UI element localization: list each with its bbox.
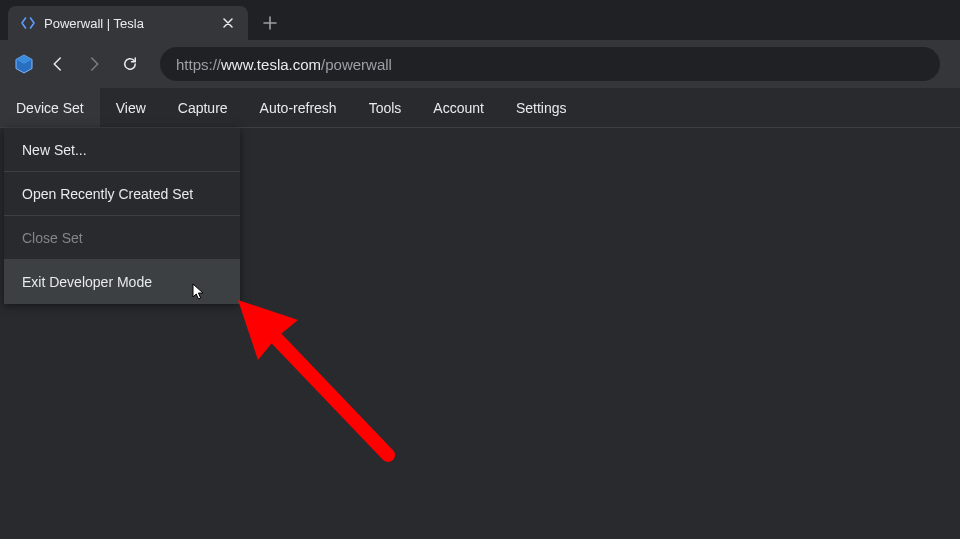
annotation-arrow (228, 290, 408, 474)
dropdown-close-set: Close Set (4, 216, 240, 260)
tab-bar: Powerwall | Tesla (0, 0, 960, 40)
address-text: https://www.tesla.com/powerwall (176, 56, 392, 73)
menu-capture[interactable]: Capture (162, 88, 244, 127)
close-tab-icon[interactable] (220, 15, 236, 31)
cursor-icon (192, 283, 206, 301)
menu-auto-refresh[interactable]: Auto-refresh (244, 88, 353, 127)
menu-account[interactable]: Account (417, 88, 500, 127)
extension-icon[interactable] (12, 52, 36, 76)
menu-tools[interactable]: Tools (353, 88, 418, 127)
menu-view[interactable]: View (100, 88, 162, 127)
browser-tab[interactable]: Powerwall | Tesla (8, 6, 248, 40)
svg-line-3 (276, 338, 388, 455)
browser-toolbar: https://www.tesla.com/powerwall (0, 40, 960, 88)
app-menu-bar: Device Set View Capture Auto-refresh Too… (0, 88, 960, 128)
menu-settings[interactable]: Settings (500, 88, 583, 127)
back-button[interactable] (44, 50, 72, 78)
menu-device-set[interactable]: Device Set (0, 88, 100, 127)
tab-title: Powerwall | Tesla (44, 16, 212, 31)
code-icon (20, 15, 36, 31)
reload-button[interactable] (116, 50, 144, 78)
address-bar[interactable]: https://www.tesla.com/powerwall (160, 47, 940, 81)
forward-button[interactable] (80, 50, 108, 78)
dropdown-new-set[interactable]: New Set... (4, 128, 240, 172)
device-set-dropdown: New Set... Open Recently Created Set Clo… (4, 128, 240, 304)
new-tab-button[interactable] (256, 9, 284, 37)
dropdown-open-recent-set[interactable]: Open Recently Created Set (4, 172, 240, 216)
